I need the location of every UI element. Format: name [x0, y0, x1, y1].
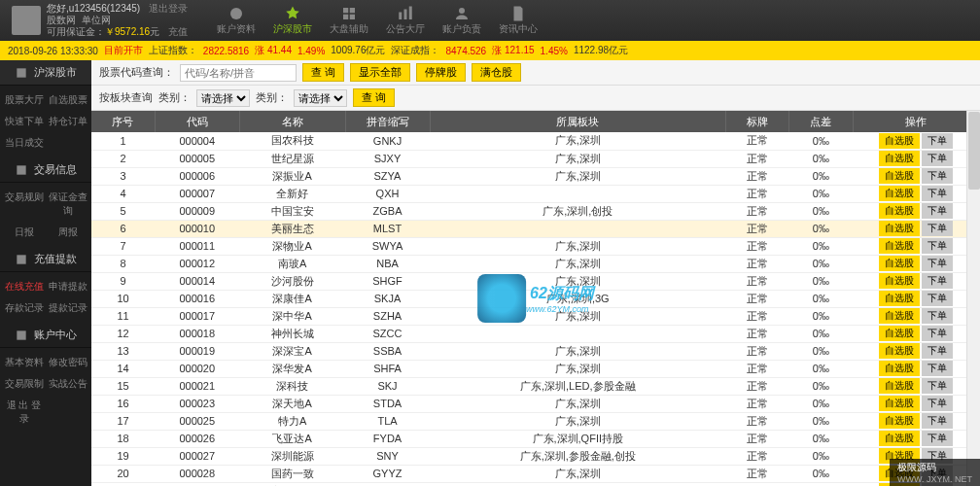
table-row[interactable]: 16000023深天地ASTDA广东,深圳正常0‰自选股下单 — [91, 395, 980, 412]
table-row[interactable]: 19000027深圳能源SNY广东,深圳,参股金融,创投正常0‰自选股下单 — [91, 447, 980, 465]
table-row[interactable]: 14000020深华发ASHFA广东,深圳正常0‰自选股下单 — [91, 360, 980, 377]
side-item[interactable]: 存款记录 — [2, 297, 46, 319]
table-row[interactable]: 18000026飞亚达AFYDA广东,深圳,QFII持股正常0‰自选股下单 — [91, 430, 980, 447]
order-button[interactable]: 下单 — [922, 221, 953, 236]
side-item[interactable]: 快速下单 — [2, 111, 46, 132]
side-item[interactable]: 在线充值 — [2, 276, 46, 297]
table-row[interactable]: 1000004国农科技GNKJ广东,深圳正常0‰自选股下单 — [91, 132, 980, 150]
show-all-button[interactable]: 显示全部 — [350, 63, 410, 82]
type-select-1[interactable]: 请选择 — [196, 89, 250, 107]
nav-item-4[interactable]: 账户负责 — [442, 5, 481, 36]
table-row[interactable]: 7000011深物业ASWYA广东,深圳正常0‰自选股下单 — [91, 237, 980, 255]
order-button[interactable]: 下单 — [922, 133, 953, 149]
table-row[interactable]: 11000017深中华ASZHA广东,深圳正常0‰自选股下单 — [91, 307, 980, 325]
suspended-button[interactable]: 停牌股 — [416, 63, 466, 82]
nav-item-5[interactable]: 资讯中心 — [499, 5, 538, 36]
side-item[interactable]: 修改密码 — [46, 352, 89, 373]
table-row[interactable]: 15000021深科技SKJ广东,深圳,LED,参股金融正常0‰自选股下单 — [91, 377, 980, 395]
self-select-button[interactable]: 自选股 — [879, 431, 920, 446]
self-select-button[interactable]: 自选股 — [879, 238, 920, 254]
table-row[interactable]: 5000009中国宝安ZGBA广东,深圳,创投正常0‰自选股下单 — [91, 202, 980, 220]
fullpos-button[interactable]: 满仓股 — [472, 63, 521, 82]
nav-item-0[interactable]: 账户资料 — [217, 5, 256, 36]
order-button[interactable]: 下单 — [922, 256, 953, 271]
side-item[interactable]: 当日成交 — [2, 132, 46, 154]
table-row[interactable]: 4000007全新好QXH正常0‰自选股下单 — [91, 185, 980, 202]
side-item[interactable]: 股票大厅 — [2, 89, 46, 111]
order-button[interactable]: 下单 — [922, 378, 953, 394]
type-select-2[interactable]: 请选择 — [294, 89, 347, 107]
order-button[interactable]: 下单 — [922, 273, 953, 289]
self-select-button[interactable]: 自选股 — [879, 273, 920, 289]
self-select-button[interactable]: 自选股 — [879, 396, 920, 411]
order-button[interactable]: 下单 — [922, 308, 953, 324]
sh-label: 上证指数： — [149, 44, 197, 57]
order-button[interactable]: 下单 — [922, 361, 953, 376]
logout-link[interactable]: 退出登录 — [149, 3, 188, 14]
block-search-button[interactable]: 查 询 — [353, 88, 395, 107]
table-row[interactable]: 21000030富奥股份FAGF正常0‰自选股下单 — [91, 482, 980, 486]
scrollbar-thumb[interactable] — [968, 112, 980, 190]
side-item[interactable]: 日报 — [2, 222, 46, 243]
self-select-button[interactable]: 自选股 — [879, 203, 920, 219]
side-item[interactable]: 交易规则 — [2, 187, 46, 222]
table-row[interactable]: 6000010美丽生态MLST正常0‰自选股下单 — [91, 220, 980, 237]
side-item[interactable]: 自选股票 — [46, 89, 89, 111]
order-button[interactable]: 下单 — [922, 396, 953, 411]
order-button[interactable]: 下单 — [922, 431, 953, 446]
table-row[interactable]: 3000006深振业ASZYA广东,深圳正常0‰自选股下单 — [91, 167, 980, 185]
order-button[interactable]: 下单 — [922, 203, 953, 219]
order-button[interactable]: 下单 — [922, 186, 953, 201]
self-select-button[interactable]: 自选股 — [879, 133, 920, 149]
self-select-button[interactable]: 自选股 — [879, 413, 920, 429]
side-item[interactable]: 保证金查询 — [46, 187, 89, 222]
self-select-button[interactable]: 自选股 — [879, 291, 920, 306]
self-select-button[interactable]: 自选股 — [879, 378, 920, 394]
self-select-button[interactable]: 自选股 — [879, 256, 920, 271]
side-item[interactable]: 周报 — [46, 222, 89, 243]
balance-unit: 元 — [150, 26, 159, 37]
nav-item-1[interactable]: 沪深股市 — [273, 5, 312, 36]
table-row[interactable]: 12000018神州长城SZCC正常0‰自选股下单 — [91, 325, 980, 342]
status-datetime: 2018-09-26 13:33:30 — [8, 46, 98, 56]
nav-item-2[interactable]: 大盘辅助 — [330, 5, 368, 36]
side-item[interactable]: 交易限制 — [2, 373, 46, 395]
side-item[interactable]: 基本资料 — [2, 352, 46, 373]
self-select-button[interactable]: 自选股 — [879, 308, 920, 324]
table-row[interactable]: 10000016深康佳ASKJA广东,深圳,3G正常0‰自选股下单 — [91, 290, 980, 307]
side-head-0[interactable]: 沪深股市 — [0, 60, 91, 86]
table-row[interactable]: 2000005世纪星源SJXY广东,深圳正常0‰自选股下单 — [91, 150, 980, 167]
self-select-button[interactable]: 自选股 — [879, 186, 920, 201]
self-select-button[interactable]: 自选股 — [879, 343, 920, 359]
order-button[interactable]: 下单 — [922, 413, 953, 429]
table-row[interactable]: 20000028国药一致GYYZ广东,深圳正常0‰自选股下单 — [91, 465, 980, 482]
order-button[interactable]: 下单 — [922, 326, 953, 341]
side-item[interactable]: 退 出 登 录 — [2, 395, 46, 430]
table-row[interactable]: 9000014沙河股份SHGF广东,深圳正常0‰自选股下单 — [91, 272, 980, 290]
self-select-button[interactable]: 自选股 — [879, 168, 920, 184]
table-row[interactable]: 13000019深深宝ASSBA广东,深圳正常0‰自选股下单 — [91, 342, 980, 360]
order-button[interactable]: 下单 — [922, 343, 953, 359]
order-button[interactable]: 下单 — [922, 238, 953, 254]
self-select-button[interactable]: 自选股 — [879, 361, 920, 376]
side-item[interactable]: 提款记录 — [46, 297, 89, 319]
recharge-link[interactable]: 充值 — [168, 26, 188, 37]
table-row[interactable]: 8000012南玻ANBA广东,深圳正常0‰自选股下单 — [91, 255, 980, 272]
self-select-button[interactable]: 自选股 — [879, 151, 920, 166]
self-select-button[interactable]: 自选股 — [879, 221, 920, 236]
order-button[interactable]: 下单 — [922, 291, 953, 306]
side-item[interactable]: 申请提款 — [46, 276, 89, 297]
table-row[interactable]: 17000025特力ATLA广东,深圳正常0‰自选股下单 — [91, 412, 980, 430]
side-head-1[interactable]: 交易信息 — [0, 157, 91, 183]
order-button[interactable]: 下单 — [922, 168, 953, 184]
search-input[interactable] — [180, 64, 297, 82]
side-head-3[interactable]: 账户中心 — [0, 323, 91, 348]
side-item[interactable]: 实战公告 — [46, 373, 89, 395]
self-select-button[interactable]: 自选股 — [879, 326, 920, 341]
nav-item-3[interactable]: 公告大厅 — [386, 5, 425, 36]
scrollbar-vertical[interactable] — [966, 111, 980, 486]
search-button[interactable]: 查 询 — [302, 63, 344, 82]
side-item[interactable]: 持仓订单 — [46, 111, 89, 132]
side-head-2[interactable]: 充值提款 — [0, 247, 91, 272]
order-button[interactable]: 下单 — [922, 151, 953, 166]
